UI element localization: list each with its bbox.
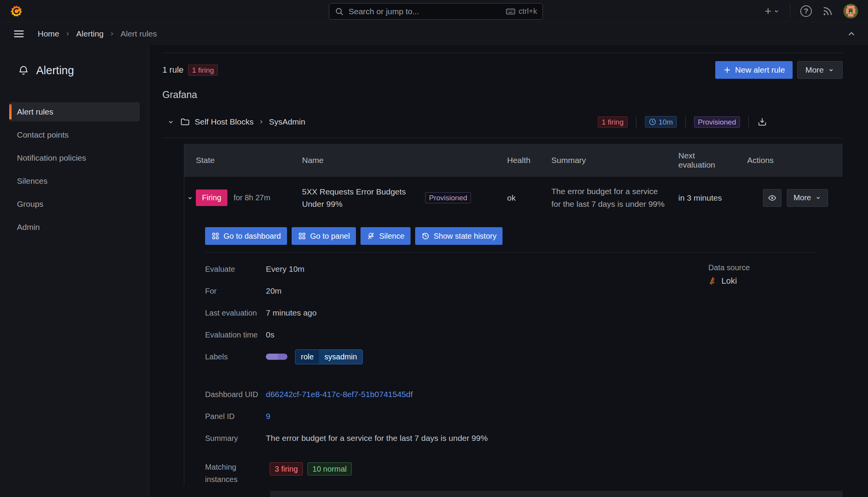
column-header-next-evaluation: Next evaluation [678,151,734,170]
main-content: 1 rule 1 firing New alert rule More [149,45,868,497]
export-group-button[interactable] [757,117,767,127]
chevron-down-icon [187,194,194,201]
dashboard-uid-link[interactable]: d66242cf-71e8-417c-8ef7-51b0741545df [266,390,413,399]
hamburger-icon [13,28,25,40]
label-key: role [295,350,319,364]
help-button[interactable]: ? [800,5,812,17]
content-top-divider [162,53,843,53]
sidebar-item-alert-rules[interactable]: Alert rules [9,102,140,121]
apps-grid-icon [298,232,306,240]
detail-row-for: For 20m [205,284,488,298]
sidebar-item-groups[interactable]: Groups [9,194,140,214]
mega-menu-toggle[interactable] [12,27,26,41]
firing-state-badge[interactable]: Firing [196,189,227,206]
plus-icon: + [765,5,771,18]
label-color-pill [266,354,287,360]
eye-icon [768,193,777,203]
detail-value: 0s [266,330,274,339]
detail-value: 20m [266,286,282,296]
sidebar-item-label: Groups [17,199,43,209]
group-name: SysAdmin [269,117,305,126]
sidebar-item-label: Admin [17,223,40,232]
label-badge-group: role sysadmin [266,349,363,364]
rule-details: Go to dashboard Go to panel [184,220,843,485]
next-evaluation-cell: in 3 minutes [678,193,734,203]
detail-value: Every 10m [266,264,304,274]
breadcrumb-home[interactable]: Home [38,29,59,38]
detail-label: Last evaluation [205,309,266,317]
group-collapse-button[interactable] [165,116,176,127]
show-state-history-button[interactable]: Show state history [415,227,502,245]
meta-divider [636,116,636,128]
loki-icon [708,276,718,286]
silence-button[interactable]: Silence [361,227,411,245]
meta-divider [748,116,749,128]
chevron-right-icon [65,31,71,37]
grafana-alerting-page: Search or jump to... ctrl+k + [0,0,868,497]
sidebar-item-contact-points[interactable]: Contact points [9,125,140,145]
sidebar-item-label: Contact points [17,130,68,140]
sidebar-item-label: Silences [17,176,47,186]
detail-value: 7 minutes ago [266,308,317,317]
details-section: Evaluate Every 10m For 20m Last evaluati… [205,253,843,485]
go-to-panel-button[interactable]: Go to panel [292,227,356,245]
folder-link[interactable]: Self Host Blocks [180,117,254,127]
breadcrumb: Home Alerting Alert rules [38,29,157,38]
apps-grid-icon [211,232,220,240]
search-input[interactable]: Search or jump to... ctrl+k [329,3,543,20]
row-more-button[interactable]: More [787,189,828,207]
detail-row-labels: Labels role sysadmin [205,349,488,364]
breadcrumb-alerting[interactable]: Alerting [76,29,103,38]
chevron-right-icon [258,119,264,125]
detail-row-summary: Summary The error budget for a service f… [205,431,488,445]
rules-list-header: 1 rule 1 firing New alert rule More [162,61,843,79]
rule-name-link[interactable]: 5XX Requests Error Budgets Under 99% [302,186,417,210]
sidebar-item-notification-policies[interactable]: Notification policies [9,148,140,168]
summary-cell: The error budget for a service for the l… [551,185,678,210]
matching-instances-row: Matching instances 3 firing 10 normal [205,461,488,485]
group-provisioned-badge: Provisioned [694,116,740,128]
matching-instance-badges: 3 firing 10 normal [270,461,352,475]
sidebar-item-admin[interactable]: Admin [9,218,140,237]
panel-id-link[interactable]: 9 [266,412,270,421]
sidebar-item-silences[interactable]: Silences [9,171,140,191]
detail-label: Panel ID [205,412,266,421]
rule-group-row: Self Host Blocks SysAdmin 1 firing [162,113,843,130]
details-key-values: Evaluate Every 10m For 20m Last evaluati… [205,262,488,485]
collapse-controls-button[interactable] [846,29,856,39]
detail-label: Labels [205,352,266,361]
detail-label: Dashboard UID [205,390,266,399]
detail-label: Evaluate [205,265,266,274]
chevron-down-icon [815,194,821,201]
rules-table: State Name Health Summary Next evaluatio… [184,144,843,485]
add-new-button[interactable]: + [765,5,780,18]
go-to-dashboard-button[interactable]: Go to dashboard [205,227,287,245]
evaluation-interval-badge: 10m [645,116,677,128]
news-button[interactable] [822,5,833,17]
search-icon [335,7,344,16]
folder-icon [180,117,190,127]
header-actions: New alert rule More [715,61,843,79]
table-header-row: State Name Health Summary Next evaluatio… [184,144,843,177]
name-cell: 5XX Requests Error Budgets Under 99% Pro… [302,186,507,210]
column-header-health: Health [507,156,551,165]
new-alert-rule-button[interactable]: New alert rule [715,61,793,79]
view-rule-button[interactable] [763,189,781,207]
datasource-entry[interactable]: Loki [708,276,843,286]
topbar-divider [790,5,790,18]
sidebar-item-label: Alert rules [17,107,53,116]
row-collapse-button[interactable] [185,193,195,203]
more-actions-button[interactable]: More [797,61,843,79]
sidebar-section-header: Alerting [9,64,140,77]
sidebar-items: Alert rules Contact points Notification … [9,102,140,237]
grafana-logo[interactable] [10,5,23,18]
column-header-actions: Actions [734,156,843,165]
health-cell: ok [507,193,551,203]
bell-slash-icon [367,232,375,240]
chevron-down-icon [167,118,175,126]
detail-row-panel-id: Panel ID 9 [205,409,488,424]
label-badge[interactable]: role sysadmin [295,349,363,364]
shortcut-hint: ctrl+k [506,7,537,17]
matching-normal-badge: 10 normal [307,462,352,475]
user-avatar[interactable] [843,4,858,18]
